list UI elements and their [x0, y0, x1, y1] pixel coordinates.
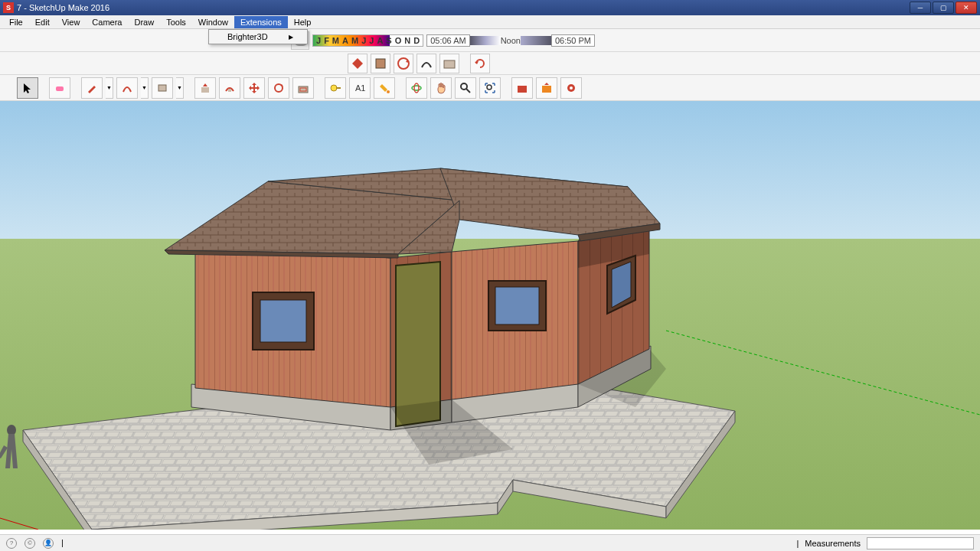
menu-edit[interactable]: Edit — [29, 16, 56, 28]
outer-shell-button[interactable] — [348, 54, 368, 73]
dropdown-item-brighter3d[interactable]: Brighter3D ▶ — [209, 30, 307, 44]
menu-file[interactable]: File — [3, 16, 29, 28]
zoom-extents-icon — [484, 82, 496, 94]
app-icon: S — [3, 2, 14, 13]
pan-tool-button[interactable] — [430, 77, 452, 99]
box-yellow-icon — [541, 82, 553, 94]
model-viewport[interactable] — [0, 101, 980, 530]
shape-tool-dropdown[interactable]: ▼ — [176, 77, 184, 99]
pushpull-tool-button[interactable] — [194, 77, 216, 99]
close-button[interactable]: ✕ — [956, 2, 977, 14]
paint-tool-button[interactable] — [374, 77, 395, 99]
arc-tool-dropdown[interactable]: ▼ — [141, 77, 149, 99]
zoom-extents-button[interactable] — [479, 77, 501, 99]
svg-point-20 — [487, 85, 492, 90]
gear-red-icon — [565, 82, 577, 94]
svg-point-17 — [414, 83, 419, 93]
svg-point-15 — [387, 90, 390, 93]
rotate-tool-button[interactable] — [268, 77, 289, 99]
eraser-icon — [54, 82, 66, 94]
rotate-icon — [397, 57, 410, 70]
geo-location-icon[interactable]: ? — [6, 538, 17, 549]
offset-tool-button[interactable] — [292, 77, 314, 99]
svg-rect-4 — [444, 60, 455, 68]
union-button[interactable] — [394, 54, 413, 73]
followme-tool-button[interactable] — [219, 77, 240, 99]
extension-warehouse-button[interactable] — [560, 77, 582, 99]
svg-point-18 — [461, 83, 467, 90]
zoom-tool-button[interactable] — [455, 77, 476, 99]
menu-extensions[interactable]: Extensions — [234, 16, 288, 28]
svg-rect-5 — [56, 86, 64, 91]
svg-rect-21 — [518, 86, 527, 93]
svg-rect-22 — [542, 86, 551, 93]
text-tool-button[interactable]: A1 — [349, 77, 371, 99]
credits-icon[interactable]: © — [24, 538, 35, 549]
vdiv-icon: | — [796, 539, 799, 548]
svg-rect-7 — [201, 87, 209, 93]
diamond-icon — [351, 57, 364, 70]
orbit-tool-button[interactable] — [406, 77, 427, 99]
evening-gradient-icon — [521, 36, 551, 45]
select-tool-button[interactable] — [17, 77, 38, 99]
shadow-toolbar: JFMAMJJASOND 05:06 AM Noon 06:50 PM — [0, 29, 980, 52]
time-start-label: 05:06 AM — [426, 34, 469, 47]
cursor-icon — [21, 82, 34, 94]
intersect-button[interactable] — [371, 54, 390, 73]
submenu-arrow-icon: ▶ — [289, 34, 293, 41]
svg-point-24 — [570, 86, 573, 90]
title-bar: S 7 - SketchUp Make 2016 ─ ▢ ✕ — [0, 0, 980, 15]
menu-camera[interactable]: Camera — [86, 16, 128, 28]
maximize-button[interactable]: ▢ — [933, 2, 954, 14]
svg-point-16 — [412, 86, 421, 90]
arc-tool-button[interactable] — [116, 77, 138, 99]
get-models-button[interactable] — [511, 77, 533, 99]
svg-rect-8 — [228, 89, 231, 92]
minimize-button[interactable]: ─ — [910, 2, 931, 14]
measurements-input[interactable] — [867, 537, 974, 549]
trim-button[interactable] — [439, 54, 459, 73]
menu-bar: File Edit View Camera Draw Tools Window … — [0, 15, 980, 29]
menu-tools[interactable]: Tools — [160, 16, 192, 28]
line-tool-button[interactable] — [81, 77, 103, 99]
paint-icon — [378, 82, 390, 94]
shape-tool-button[interactable] — [152, 77, 173, 99]
time-slider[interactable]: 05:06 AM Noon 06:50 PM — [426, 34, 595, 47]
menu-help[interactable]: Help — [288, 16, 318, 28]
arrow-spin-icon — [473, 57, 487, 70]
window-title: 7 - SketchUp Make 2016 — [17, 3, 910, 12]
subtract-button[interactable] — [416, 54, 436, 73]
hand-icon — [435, 82, 447, 94]
menu-view[interactable]: View — [56, 16, 87, 28]
person-icon[interactable]: 👤 — [43, 538, 54, 549]
line-tool-dropdown[interactable]: ▼ — [106, 77, 113, 99]
cube-icon — [374, 57, 387, 70]
followme-icon — [224, 82, 236, 94]
svg-line-19 — [466, 89, 470, 93]
month-slider[interactable]: JFMAMJJASOND — [312, 34, 423, 47]
share-model-button[interactable] — [536, 77, 557, 99]
rotate-tool-icon — [273, 82, 285, 94]
orbit-tool-icon — [410, 82, 423, 94]
status-bar: ? © 👤 | | Measurements — [0, 534, 980, 551]
pencil-icon — [86, 82, 98, 94]
move-tool-button[interactable] — [243, 77, 265, 99]
tape-tool-button[interactable] — [325, 77, 346, 99]
block-icon — [443, 57, 456, 70]
dropdown-item-label: Brighter3D — [227, 32, 268, 41]
measurements-label: Measurements — [805, 539, 861, 548]
move-icon — [248, 82, 260, 94]
morning-gradient-icon — [470, 36, 501, 45]
eraser-tool-button[interactable] — [49, 77, 70, 99]
svg-rect-45 — [260, 300, 306, 342]
split-button[interactable] — [470, 54, 490, 73]
menu-draw[interactable]: Draw — [128, 16, 160, 28]
extensions-dropdown: Brighter3D ▶ — [208, 29, 308, 44]
svg-point-12 — [331, 85, 337, 91]
noon-label: Noon — [501, 36, 521, 45]
pushpull-icon — [199, 82, 211, 94]
svg-rect-47 — [495, 287, 539, 324]
main-toolbar: ▼ ▼ ▼ A1 — [0, 75, 980, 101]
solid-tools-toolbar — [0, 52, 980, 75]
menu-window[interactable]: Window — [192, 16, 234, 28]
